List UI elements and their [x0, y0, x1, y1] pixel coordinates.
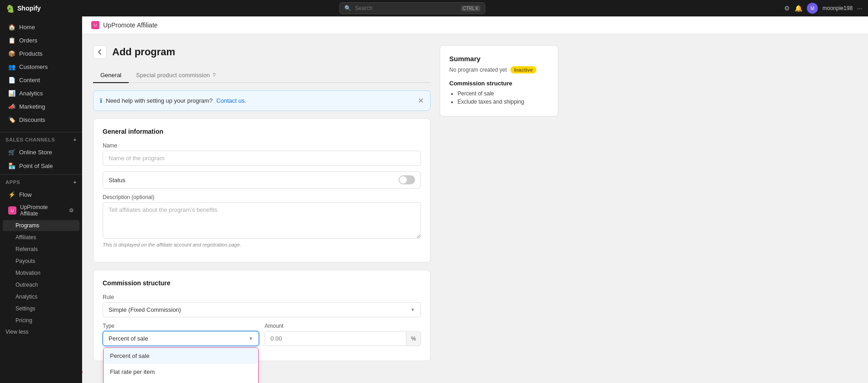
back-button[interactable] — [93, 45, 107, 59]
sidebar-sub-outreach[interactable]: Outreach — [3, 279, 79, 290]
description-textarea[interactable] — [103, 202, 421, 239]
close-banner-button[interactable]: ✕ — [418, 96, 424, 105]
sidebar-item-point-of-sale[interactable]: 🏪 Point of Sale — [3, 159, 79, 172]
bell-icon[interactable]: 🔔 — [795, 5, 802, 12]
topbar-right: ⚙ 🔔 M moonpie198 ··· — [784, 3, 863, 14]
sidebar-item-label: Analytics — [19, 90, 43, 97]
info-banner: ℹ Need help with setting up your program… — [93, 90, 431, 111]
commission-card: Commission structure Rule Simple (Fixed … — [93, 270, 431, 361]
name-field: Name — [103, 142, 421, 166]
rule-select-wrapper: Simple (Fixed Commission) ▼ — [103, 302, 421, 317]
sidebar: 🏠 Home 📋 Orders 📦 Products 👥 Customers 📄… — [0, 16, 82, 383]
page-title: Add program — [112, 46, 175, 58]
sidebar-item-marketing[interactable]: 📣 Marketing — [3, 100, 79, 113]
dropdown-option-percent-of-sale[interactable]: Percent of sale — [104, 348, 258, 364]
sidebar-item-label: Content — [19, 77, 40, 84]
name-input[interactable] — [103, 151, 421, 166]
amount-field: Amount % — [265, 323, 421, 346]
name-label: Name — [103, 142, 421, 149]
sidebar-item-customers[interactable]: 👥 Customers — [3, 60, 79, 73]
sidebar-item-flow[interactable]: ⚡ Flow — [3, 188, 79, 201]
brand-name: shopify — [17, 5, 41, 12]
sidebar-sub-settings[interactable]: Settings — [3, 303, 79, 314]
sidebar-sub-referrals[interactable]: Referrals — [3, 244, 79, 255]
summary-status-row: No program created yet Inactive — [449, 66, 549, 73]
expand-icon[interactable]: + — [73, 179, 77, 185]
description-hint: This is displayed on the affiliate accou… — [103, 242, 421, 247]
tab-general[interactable]: General — [93, 68, 129, 83]
sidebar-item-label: Customers — [19, 63, 48, 70]
dropdown-option-flat-rate-per-item[interactable]: Flat rate per item — [104, 364, 258, 380]
type-label: Type — [103, 323, 259, 329]
amount-input-wrapper: % — [265, 331, 421, 346]
online-store-icon: 🛒 — [8, 148, 16, 156]
description-label: Description (optional) — [103, 194, 421, 200]
svg-marker-0 — [82, 372, 84, 379]
summary-commission-list: Percent of sale Exclude taxes and shippi… — [449, 90, 549, 105]
sidebar-sub-affiliates[interactable]: Affiliates — [3, 232, 79, 243]
sidebar-item-content[interactable]: 📄 Content — [3, 73, 79, 86]
settings-small-icon[interactable]: ⚙ — [69, 207, 74, 214]
shopify-logo: shopify — [5, 4, 41, 13]
sidebar-item-analytics[interactable]: 📊 Analytics — [3, 87, 79, 100]
sidebar-item-label: Orders — [19, 37, 37, 44]
topbar: shopify 🔍 CTRL K ⚙ 🔔 M moonpie198 ··· — [0, 0, 868, 16]
sidebar-divider-2 — [0, 174, 82, 175]
more-icon[interactable]: ··· — [857, 5, 863, 12]
rule-dropdown-arrow: ▼ — [411, 307, 415, 312]
avatar[interactable]: M — [807, 3, 818, 14]
flow-icon: ⚡ — [8, 191, 16, 198]
amount-input[interactable] — [265, 331, 406, 346]
expand-icon[interactable]: + — [73, 137, 77, 142]
view-less-link[interactable]: View less — [0, 326, 82, 337]
discounts-icon: 🏷️ — [8, 116, 16, 123]
tab-special-product[interactable]: Special product commission ? — [129, 68, 223, 83]
summary-list-item-2: Exclude taxes and shipping — [457, 99, 549, 105]
help-icon[interactable]: ? — [213, 72, 216, 79]
toggle-knob — [400, 176, 407, 184]
sidebar-sub-pricing[interactable]: Pricing — [3, 315, 79, 326]
settings-icon[interactable]: ⚙ — [784, 5, 790, 12]
sidebar-item-discounts[interactable]: 🏷️ Discounts — [3, 113, 79, 126]
username: moonpie198 — [822, 5, 852, 11]
rule-label: Rule — [103, 294, 421, 300]
summary-commission-title: Commission structure — [449, 80, 549, 87]
page-content: Add program General Special product comm… — [82, 34, 868, 379]
dropdown-option-flat-rate-per-order[interactable]: Flat rate per order — [104, 380, 258, 383]
sidebar-sub-motivation[interactable]: Motivation — [3, 268, 79, 278]
summary-title: Summary — [449, 55, 549, 63]
rule-field: Rule Simple (Fixed Commission) ▼ — [103, 294, 421, 317]
page-main: Add program General Special product comm… — [93, 45, 431, 368]
type-value: Percent of sale — [109, 335, 148, 342]
sidebar-item-label: Marketing — [19, 103, 45, 110]
sidebar-sub-programs[interactable]: Programs — [3, 220, 79, 231]
home-icon: 🏠 — [8, 23, 16, 31]
rule-value: Simple (Fixed Commission) — [109, 306, 181, 313]
sidebar-item-products[interactable]: 📦 Products — [3, 47, 79, 60]
sidebar-nav: 🏠 Home 📋 Orders 📦 Products 👥 Customers 📄… — [0, 16, 82, 130]
marketing-icon: 📣 — [8, 103, 16, 110]
status-toggle[interactable] — [399, 175, 415, 184]
sidebar-item-uppromote[interactable]: U UpPromote Affiliate ⚙ — [3, 202, 79, 219]
search-bar[interactable]: 🔍 CTRL K — [339, 2, 485, 14]
sidebar-sub-analytics[interactable]: Analytics — [3, 291, 79, 302]
commission-type-amount-row: Type Percent of sale ▼ Percent of sale F… — [103, 323, 421, 352]
sidebar-sub-payouts[interactable]: Payouts — [3, 256, 79, 267]
search-icon: 🔍 — [344, 5, 351, 11]
status-row: Status — [103, 171, 421, 189]
type-select[interactable]: Percent of sale ▼ — [103, 331, 259, 346]
contact-link[interactable]: Contact us. — [216, 97, 246, 104]
search-input[interactable] — [355, 5, 457, 11]
topbar-left: shopify — [5, 4, 41, 13]
description-field: Description (optional) This is displayed… — [103, 194, 421, 247]
sidebar-item-label: Point of Sale — [19, 163, 53, 169]
sidebar-item-home[interactable]: 🏠 Home — [3, 21, 79, 33]
sidebar-item-label: Products — [19, 50, 42, 57]
sidebar-item-orders[interactable]: 📋 Orders — [3, 34, 79, 47]
sidebar-item-online-store[interactable]: 🛒 Online Store — [3, 146, 79, 158]
type-select-wrapper: Percent of sale ▼ Percent of sale Flat r… — [103, 331, 259, 346]
general-info-title: General information — [103, 128, 421, 135]
rule-select[interactable]: Simple (Fixed Commission) ▼ — [103, 303, 421, 317]
content-area: U UpPromote Affiliate Add program Genera… — [82, 16, 868, 383]
sidebar-item-label: Flow — [19, 191, 31, 198]
